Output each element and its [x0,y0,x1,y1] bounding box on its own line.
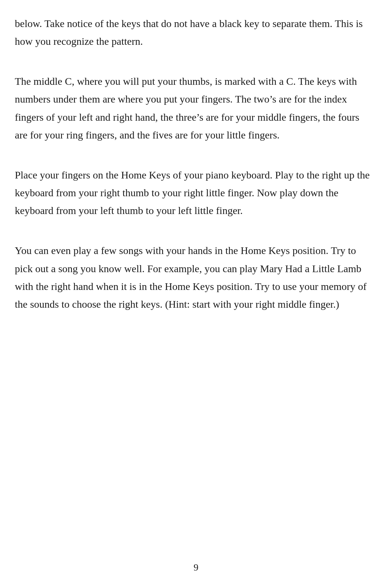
paragraph-3: Place your fingers on the Home Keys of y… [15,166,370,220]
paragraph-3-text: Place your fingers on the Home Keys of y… [15,166,370,220]
paragraph-1-text: below. Take notice of the keys that do n… [15,15,370,50]
paragraph-1: below. Take notice of the keys that do n… [15,15,370,50]
page-number: 9 [194,562,198,573]
paragraph-4-text: You can even play a few songs with your … [15,242,370,313]
page-content: below. Take notice of the keys that do n… [0,0,392,365]
paragraph-4: You can even play a few songs with your … [15,242,370,313]
paragraph-2: The middle C, where you will put your th… [15,73,370,144]
paragraph-2-text: The middle C, where you will put your th… [15,73,370,144]
